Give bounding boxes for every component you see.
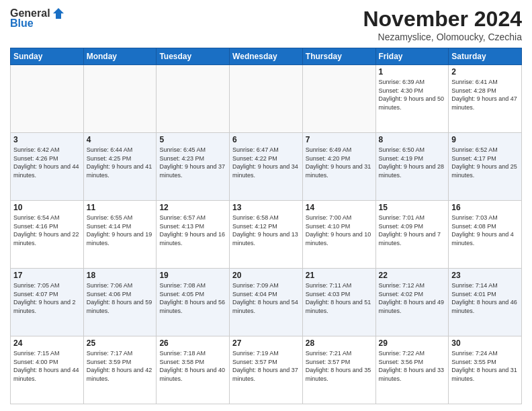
table-row: 21Sunrise: 7:11 AM Sunset: 4:03 PM Dayli… xyxy=(302,269,375,336)
day-number: 2 xyxy=(451,67,519,77)
day-info: Sunrise: 6:50 AM Sunset: 4:19 PM Dayligh… xyxy=(379,146,446,179)
day-info: Sunrise: 6:45 AM Sunset: 4:23 PM Dayligh… xyxy=(159,146,226,179)
logo-icon xyxy=(52,7,65,20)
day-number: 17 xyxy=(13,271,81,280)
day-info: Sunrise: 6:54 AM Sunset: 4:16 PM Dayligh… xyxy=(13,214,81,247)
table-row xyxy=(11,65,84,133)
header-monday: Monday xyxy=(83,48,157,65)
day-number: 25 xyxy=(87,338,154,348)
day-number: 26 xyxy=(159,338,226,348)
day-number: 24 xyxy=(13,338,81,348)
table-row: 24Sunrise: 7:15 AM Sunset: 4:00 PM Dayli… xyxy=(11,336,84,404)
day-number: 27 xyxy=(232,338,300,348)
day-number: 20 xyxy=(232,271,300,280)
day-info: Sunrise: 7:17 AM Sunset: 3:59 PM Dayligh… xyxy=(87,349,154,383)
calendar-week-row: 3Sunrise: 6:42 AM Sunset: 4:26 PM Daylig… xyxy=(11,133,522,201)
day-number: 19 xyxy=(159,271,226,280)
day-number: 11 xyxy=(87,203,154,212)
day-info: Sunrise: 7:15 AM Sunset: 4:00 PM Dayligh… xyxy=(13,349,81,383)
day-number: 28 xyxy=(306,338,373,348)
table-row: 18Sunrise: 7:06 AM Sunset: 4:06 PM Dayli… xyxy=(83,269,157,336)
table-row: 10Sunrise: 6:54 AM Sunset: 4:16 PM Dayli… xyxy=(11,201,84,269)
day-info: Sunrise: 7:21 AM Sunset: 3:57 PM Dayligh… xyxy=(306,349,373,383)
day-number: 23 xyxy=(451,271,519,280)
day-number: 29 xyxy=(379,338,446,348)
day-info: Sunrise: 6:42 AM Sunset: 4:26 PM Dayligh… xyxy=(13,146,81,179)
calendar-header-row: Sunday Monday Tuesday Wednesday Thursday… xyxy=(11,48,522,65)
day-number: 14 xyxy=(306,203,373,212)
header-thursday: Thursday xyxy=(302,48,375,65)
day-info: Sunrise: 7:19 AM Sunset: 3:57 PM Dayligh… xyxy=(232,349,300,383)
day-number: 3 xyxy=(13,135,81,144)
day-info: Sunrise: 7:24 AM Sunset: 3:55 PM Dayligh… xyxy=(451,349,519,383)
table-row: 25Sunrise: 7:17 AM Sunset: 3:59 PM Dayli… xyxy=(83,336,157,404)
table-row: 13Sunrise: 6:58 AM Sunset: 4:12 PM Dayli… xyxy=(230,201,303,269)
table-row: 16Sunrise: 7:03 AM Sunset: 4:08 PM Dayli… xyxy=(449,201,522,269)
header-friday: Friday xyxy=(375,48,449,65)
day-info: Sunrise: 7:14 AM Sunset: 4:01 PM Dayligh… xyxy=(451,281,519,315)
day-number: 5 xyxy=(159,135,226,144)
day-info: Sunrise: 7:00 AM Sunset: 4:10 PM Dayligh… xyxy=(306,214,373,247)
day-info: Sunrise: 6:44 AM Sunset: 4:25 PM Dayligh… xyxy=(87,146,154,179)
table-row: 17Sunrise: 7:05 AM Sunset: 4:07 PM Dayli… xyxy=(11,269,84,336)
day-info: Sunrise: 7:18 AM Sunset: 3:58 PM Dayligh… xyxy=(159,349,226,383)
day-info: Sunrise: 7:06 AM Sunset: 4:06 PM Dayligh… xyxy=(87,281,154,315)
day-info: Sunrise: 6:47 AM Sunset: 4:22 PM Dayligh… xyxy=(232,146,300,179)
svg-marker-0 xyxy=(53,8,64,19)
table-row: 30Sunrise: 7:24 AM Sunset: 3:55 PM Dayli… xyxy=(449,336,522,404)
table-row: 29Sunrise: 7:22 AM Sunset: 3:56 PM Dayli… xyxy=(375,336,449,404)
day-number: 8 xyxy=(379,135,446,144)
table-row: 20Sunrise: 7:09 AM Sunset: 4:04 PM Dayli… xyxy=(230,269,303,336)
table-row xyxy=(230,65,303,133)
day-info: Sunrise: 6:55 AM Sunset: 4:14 PM Dayligh… xyxy=(87,214,154,247)
day-info: Sunrise: 7:22 AM Sunset: 3:56 PM Dayligh… xyxy=(379,349,446,383)
table-row: 26Sunrise: 7:18 AM Sunset: 3:58 PM Dayli… xyxy=(157,336,230,404)
day-info: Sunrise: 7:03 AM Sunset: 4:08 PM Dayligh… xyxy=(451,214,519,247)
table-row: 1Sunrise: 6:39 AM Sunset: 4:30 PM Daylig… xyxy=(375,65,449,133)
table-row: 8Sunrise: 6:50 AM Sunset: 4:19 PM Daylig… xyxy=(375,133,449,201)
day-number: 13 xyxy=(232,203,300,212)
table-row: 5Sunrise: 6:45 AM Sunset: 4:23 PM Daylig… xyxy=(157,133,230,201)
header-sunday: Sunday xyxy=(11,48,84,65)
day-info: Sunrise: 7:09 AM Sunset: 4:04 PM Dayligh… xyxy=(232,281,300,315)
day-number: 7 xyxy=(306,135,373,144)
table-row xyxy=(83,65,157,133)
table-row: 27Sunrise: 7:19 AM Sunset: 3:57 PM Dayli… xyxy=(230,336,303,404)
day-info: Sunrise: 7:12 AM Sunset: 4:02 PM Dayligh… xyxy=(379,281,446,315)
day-number: 21 xyxy=(306,271,373,280)
day-info: Sunrise: 7:11 AM Sunset: 4:03 PM Dayligh… xyxy=(306,281,373,315)
table-row: 3Sunrise: 6:42 AM Sunset: 4:26 PM Daylig… xyxy=(11,133,84,201)
day-info: Sunrise: 6:41 AM Sunset: 4:28 PM Dayligh… xyxy=(451,78,519,111)
day-number: 4 xyxy=(87,135,154,144)
day-number: 30 xyxy=(451,338,519,348)
table-row: 9Sunrise: 6:52 AM Sunset: 4:17 PM Daylig… xyxy=(449,133,522,201)
day-number: 22 xyxy=(379,271,446,280)
table-row: 6Sunrise: 6:47 AM Sunset: 4:22 PM Daylig… xyxy=(230,133,303,201)
title-section: November 2024 Nezamyslice, Olomoucky, Cz… xyxy=(363,7,522,42)
table-row xyxy=(302,65,375,133)
header-tuesday: Tuesday xyxy=(157,48,230,65)
day-number: 6 xyxy=(232,135,300,144)
day-number: 10 xyxy=(13,203,81,212)
day-number: 16 xyxy=(451,203,519,212)
table-row: 15Sunrise: 7:01 AM Sunset: 4:09 PM Dayli… xyxy=(375,201,449,269)
table-row: 14Sunrise: 7:00 AM Sunset: 4:10 PM Dayli… xyxy=(302,201,375,269)
day-number: 9 xyxy=(451,135,519,144)
day-number: 18 xyxy=(87,271,154,280)
day-info: Sunrise: 7:08 AM Sunset: 4:05 PM Dayligh… xyxy=(159,281,226,315)
day-info: Sunrise: 7:05 AM Sunset: 4:07 PM Dayligh… xyxy=(13,281,81,315)
logo-blue: Blue xyxy=(10,17,34,30)
month-title: November 2024 xyxy=(363,7,522,32)
day-info: Sunrise: 6:52 AM Sunset: 4:17 PM Dayligh… xyxy=(451,146,519,179)
logo: General Blue xyxy=(10,7,65,30)
table-row xyxy=(157,65,230,133)
table-row: 28Sunrise: 7:21 AM Sunset: 3:57 PM Dayli… xyxy=(302,336,375,404)
day-info: Sunrise: 6:58 AM Sunset: 4:12 PM Dayligh… xyxy=(232,214,300,247)
calendar-table: Sunday Monday Tuesday Wednesday Thursday… xyxy=(10,48,522,404)
day-info: Sunrise: 6:57 AM Sunset: 4:13 PM Dayligh… xyxy=(159,214,226,247)
calendar-week-row: 10Sunrise: 6:54 AM Sunset: 4:16 PM Dayli… xyxy=(11,201,522,269)
table-row: 23Sunrise: 7:14 AM Sunset: 4:01 PM Dayli… xyxy=(449,269,522,336)
location: Nezamyslice, Olomoucky, Czechia xyxy=(363,32,522,42)
table-row: 12Sunrise: 6:57 AM Sunset: 4:13 PM Dayli… xyxy=(157,201,230,269)
table-row: 19Sunrise: 7:08 AM Sunset: 4:05 PM Dayli… xyxy=(157,269,230,336)
